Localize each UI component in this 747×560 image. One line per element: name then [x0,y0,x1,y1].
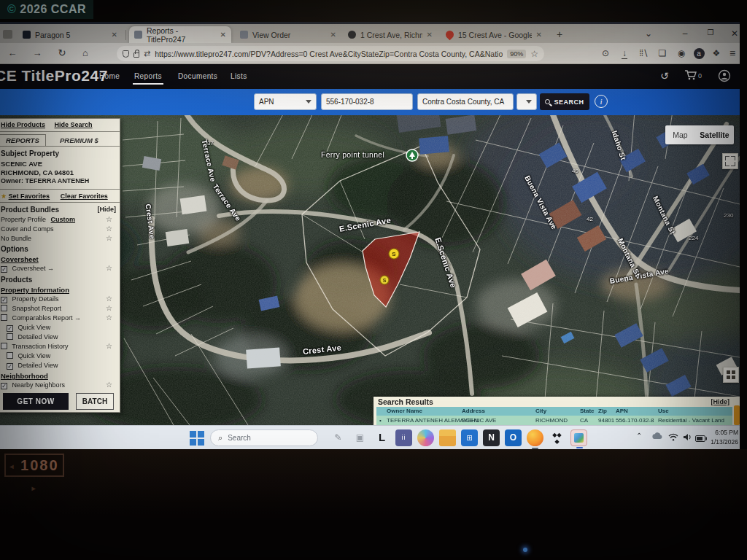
briefcase-app-icon[interactable]: ▣ [352,429,368,446]
col-city[interactable]: City [535,408,546,414]
nav-lists[interactable]: Lists [231,72,247,80]
map-view-button[interactable]: Map [665,131,695,139]
col-owner-name[interactable]: Owner Name [387,408,422,414]
checkbox-checked[interactable] [1,383,7,389]
results-scrollbar[interactable] [734,405,740,425]
tracking-shield-icon[interactable] [123,50,129,58]
property-information-link[interactable]: Property Information [1,286,117,294]
minimize-button[interactable]: – [677,28,693,39]
checkbox-checked[interactable] [7,325,13,332]
nearby-neighbors-option[interactable]: Nearby Neighbors☆ [1,381,117,389]
batch-button[interactable]: BATCH [76,393,114,410]
tab-close-icon[interactable]: ✕ [330,31,336,39]
detailed-view-option[interactable]: Detailed View [1,333,117,341]
tab-list-chevron-icon[interactable]: ⌄ [640,28,657,39]
zoom-level-badge[interactable]: 90% [507,50,526,58]
property-details-option[interactable]: Property Details☆ [1,295,117,303]
secondary-select[interactable] [516,93,537,110]
tab-crest-ave[interactable]: 1 Crest Ave, Richmond, Californi ✕ [343,26,438,43]
location-input[interactable]: Contra Costa County, CA [417,93,514,110]
layers-grid-button[interactable] [723,367,739,383]
bundle-cover-comps[interactable]: Cover and Comps☆ [1,225,117,233]
nav-home[interactable]: Home [99,72,120,80]
lock-icon[interactable] [133,52,139,58]
onedrive-icon[interactable] [651,430,663,443]
tab-google-maps[interactable]: 15 Crest Ave - Google Maps ✕ [441,26,547,43]
outlook-icon[interactable]: O [505,429,522,446]
tray-chevron-icon[interactable]: ⌃ [636,432,642,440]
clear-favorites-link[interactable]: Clear Favorites [61,192,108,200]
taskbar-search-box[interactable]: ⌕ Search [210,429,318,446]
snipping-tool-icon[interactable]: ✎ [330,429,347,446]
satellite-view-button[interactable]: Satellite [695,131,734,139]
store-app-icon[interactable]: ⊞ [461,429,478,446]
permissions-icon[interactable]: ⇄ [144,49,150,58]
checkbox-unchecked[interactable] [7,333,13,340]
extension-icon[interactable]: ❖ [709,47,724,61]
results-hide-link[interactable]: [Hide] [711,398,730,405]
star-icon[interactable]: ☆ [106,304,112,312]
tab-reports[interactable]: REPORTS [0,134,46,147]
tab-premium[interactable]: PREMIUM $ [60,136,98,144]
file-explorer-icon[interactable] [439,429,456,446]
info-icon[interactable]: i [595,95,608,108]
star-icon[interactable]: ☆ [106,314,112,322]
dropbox-icon[interactable]: ◆◆◆ [549,429,565,446]
coversheet-header-link[interactable]: Coversheet [1,255,117,263]
checkbox-checked[interactable] [1,266,7,273]
tab-paragon[interactable]: Paragon 5 ✕ [18,26,123,43]
snapshot-report-option[interactable]: Snapshot Report☆ [1,305,117,312]
search-type-select[interactable]: APN [254,93,317,110]
tab-close-icon[interactable]: ✕ [220,31,226,39]
copilot-icon[interactable] [417,429,434,446]
col-state[interactable]: State [580,408,595,414]
back-icon[interactable]: ← [4,46,20,61]
nav-documents[interactable]: Documents [178,72,217,80]
checkbox-checked[interactable] [7,363,13,370]
l-app-icon[interactable]: L [374,429,390,446]
parcel-marker-2[interactable]: S [380,276,389,284]
new-tab-button[interactable]: + [551,28,568,40]
wifi-icon[interactable] [668,431,678,444]
col-zip[interactable]: Zip [598,408,607,414]
home-icon[interactable]: ⌂ [77,46,93,61]
extension-a-icon[interactable]: a [692,47,706,61]
bundle-property-profile[interactable]: Property Profile Custom ☆ [1,216,117,223]
history-icon[interactable]: ↺ [660,70,669,82]
fullscreen-button[interactable] [722,153,738,169]
star-icon[interactable]: ☆ [106,381,112,389]
neighborhood-link[interactable]: Neighborhood [1,372,117,380]
star-icon[interactable]: ☆ [106,215,112,223]
url-bar[interactable]: ⇄ https://www.titlepro247.com/PDV?Addres… [117,46,544,61]
tab-close-icon[interactable]: ✕ [536,31,542,39]
reload-icon[interactable]: ↻ [54,46,70,61]
search-button[interactable]: SEARCH [540,93,589,110]
custom-link[interactable]: Custom [51,216,76,223]
bookmark-star-icon[interactable]: ☆ [530,49,538,59]
tab-view-order[interactable]: View Order ✕ [235,26,341,43]
tab-close-icon[interactable]: ✕ [427,31,433,39]
teams-icon[interactable]: ii [395,429,412,446]
taskbar-clock[interactable]: 6:05 PM 1/13/2026 [709,428,738,447]
titlepro-logo[interactable]: CE TitlePro247 [0,67,108,85]
bundles-hide-link[interactable]: [Hide] [98,206,117,213]
pocket-icon[interactable]: ⊙ [598,47,613,61]
result-row[interactable]: • TEFERRA ANTENEH ALEMAYEHU SCENIC AVE R… [376,416,732,425]
tunnel-tree-marker[interactable] [406,149,418,161]
battery-icon[interactable] [695,432,707,445]
url-text[interactable]: https://www.titlepro247.com/PDV?Address=… [155,50,503,58]
firefox-view-icon[interactable] [3,30,12,39]
downloads-icon[interactable]: ↓ [617,47,632,61]
col-use[interactable]: Use [658,408,669,414]
col-apn[interactable]: APN [616,408,628,414]
menu-hamburger-icon[interactable]: ≡ [725,47,740,61]
account-icon[interactable]: ◉ [674,47,689,61]
apn-input[interactable]: 556-170-032-8 [321,93,413,110]
bundle-no-bundle[interactable]: No Bundle☆ [1,235,117,242]
hide-products-link[interactable]: Hide Products [1,121,45,128]
checkbox-unchecked[interactable] [1,314,7,321]
sidebar-toggle-icon[interactable]: ❏ [655,47,670,61]
star-icon[interactable]: ☆ [106,234,112,242]
transaction-history-option[interactable]: Transaction History☆ [1,343,117,350]
checkbox-unchecked[interactable] [7,352,13,359]
